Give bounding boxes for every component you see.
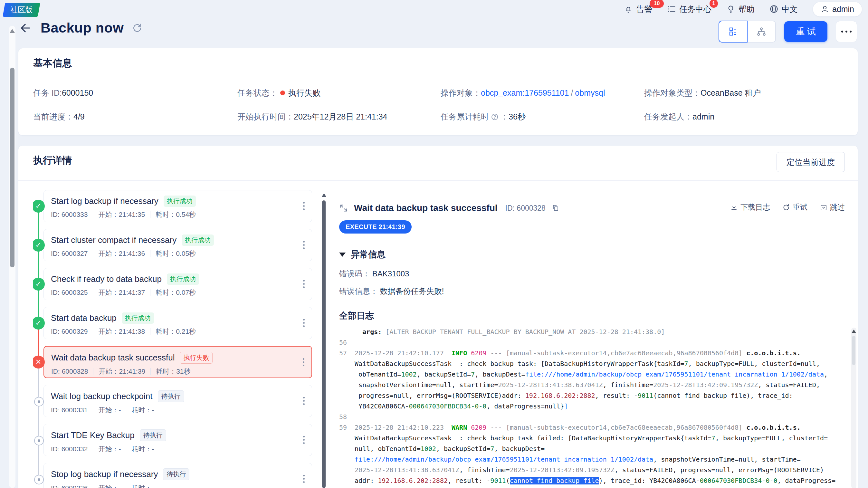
topnav-task-center[interactable]: 任务中心 1 <box>667 4 711 14</box>
app-root: 社区版 告警 10 任务中心 1 帮助 <box>0 0 868 488</box>
task-list-scrollbar[interactable] <box>321 191 327 488</box>
kebab-menu-icon[interactable] <box>301 473 307 485</box>
basic-info-card: 基本信息 任务 ID: 6000150 任务状态： 执行失败 操作对象： obc… <box>18 48 858 135</box>
task-card[interactable]: Start log backup if necessary执行成功ID: 600… <box>43 190 312 222</box>
scrollbar-thumb[interactable] <box>10 68 14 267</box>
topnav-help[interactable]: 帮助 <box>726 4 755 14</box>
task-card[interactable]: Start data backup执行成功ID: 6000329开始：21:41… <box>43 307 312 339</box>
task-name: Start cluster compact if necessary <box>51 235 177 245</box>
topnav-alerts[interactable]: 告警 10 <box>624 4 652 14</box>
tenant-link[interactable]: obmysql <box>575 88 605 98</box>
task-name: Start TDE Key Backup <box>51 430 135 440</box>
task-item[interactable]: ✓Start log backup if necessary执行成功ID: 60… <box>33 190 312 222</box>
edition-badge: 社区版 <box>3 3 40 17</box>
task-card[interactable]: Wait data backup task successful执行失败ID: … <box>43 346 312 378</box>
log-line: addr: 192.168.6.202:2882, result: -9011(… <box>339 476 840 486</box>
pending-node-icon <box>34 397 44 406</box>
expand-icon[interactable] <box>339 204 348 213</box>
scroll-up-arrow[interactable] <box>322 193 326 197</box>
page-title: Backup now <box>40 20 124 36</box>
log-line: 2025-12-28T13:41:38.637041Z, finishTime=… <box>339 465 840 476</box>
execute-time-badge: EXECUTE 21:41:39 <box>339 220 412 234</box>
kebab-menu-icon[interactable] <box>301 200 307 212</box>
log-line: 572025-12-28 21:42:10.177 INFO 6209 --- … <box>339 348 840 359</box>
log-line: YB42C0A806CA-000647030FBDCB34-0-0, dataP… <box>339 401 840 411</box>
retry-button[interactable]: 重 试 <box>784 21 828 42</box>
kebab-menu-icon[interactable] <box>301 278 307 290</box>
log-section-title: 全部日志 <box>339 310 374 322</box>
task-item[interactable]: ✕Wait data backup task successful执行失败ID:… <box>33 346 312 378</box>
topnav-language[interactable]: 中文 <box>770 4 798 14</box>
scrollbar-thumb[interactable] <box>852 336 856 365</box>
question-circle-icon[interactable] <box>491 113 499 121</box>
field-start-time: 开始执行时间： 2025年12月28日 21:41:34 <box>237 112 388 122</box>
task-item[interactable]: ✓Start data backup执行成功ID: 6000329开始：21:4… <box>33 307 312 339</box>
exception-section-toggle[interactable]: 异常信息 <box>339 249 385 260</box>
skip-button[interactable]: 跳过 <box>820 202 845 212</box>
scroll-up-arrow[interactable] <box>851 330 856 333</box>
task-item[interactable]: Wait log backup checkpoint待执行ID: 6000331… <box>33 385 312 417</box>
failed-node-icon: ✕ <box>33 356 45 368</box>
log-scrollbar[interactable] <box>851 328 857 488</box>
scrollbar-thumb[interactable] <box>322 200 326 488</box>
task-card[interactable]: Start cluster compact if necessary执行成功ID… <box>43 229 312 261</box>
page-scrollbar[interactable] <box>9 26 16 488</box>
download-icon <box>730 204 738 211</box>
task-meta: ID: 6000325开始：21:41:37耗时：0.07秒 <box>51 288 305 297</box>
task-status-badge: 待执行 <box>158 390 184 402</box>
task-meta: ID: 6000331开始：-耗时：- <box>51 405 305 415</box>
task-status-badge: 待执行 <box>140 429 166 441</box>
log-line: 56 <box>339 337 840 348</box>
task-card[interactable]: Check if ready to data backup执行成功ID: 600… <box>43 268 312 300</box>
task-item[interactable]: Start TDE Key Backup待执行ID: 6000332开始：-耗时… <box>33 424 312 456</box>
task-card[interactable]: Wait log backup checkpoint待执行ID: 6000331… <box>43 385 312 417</box>
log-line: null, obTenantId=1002, backupSetId=7, ba… <box>339 444 840 454</box>
copy-icon[interactable] <box>551 204 559 212</box>
topnav-task-center-label: 任务中心 <box>679 4 711 14</box>
task-name: Start log backup if necessary <box>51 196 158 206</box>
user-name: admin <box>832 4 854 14</box>
task-item[interactable]: ✓Check if ready to data backup执行成功ID: 60… <box>33 268 312 300</box>
log-line: 58 <box>339 411 840 422</box>
kebab-menu-icon[interactable] <box>301 434 307 446</box>
task-item[interactable]: ✓Start cluster compact if necessary执行成功I… <box>33 229 312 261</box>
scroll-up-arrow[interactable] <box>10 29 15 33</box>
kebab-menu-icon[interactable] <box>301 239 307 251</box>
log-line: WaitDataBackupSuccessTask : check backup… <box>339 433 840 444</box>
success-node-icon: ✓ <box>33 317 45 330</box>
kebab-menu-icon[interactable] <box>301 317 307 329</box>
bulb-icon <box>726 4 735 13</box>
success-node-icon: ✓ <box>33 278 45 291</box>
task-card[interactable]: Start TDE Key Backup待执行ID: 6000332开始：-耗时… <box>43 424 312 456</box>
back-arrow-icon[interactable] <box>19 22 32 34</box>
task-name: Stop log backup if necessary <box>51 469 158 479</box>
list-view-button[interactable] <box>718 21 748 42</box>
flow-view-button[interactable] <box>748 21 776 42</box>
user-icon <box>820 5 829 13</box>
log-line: file:///home/admin/backup/obcp_exam/1765… <box>339 454 840 465</box>
basic-info-title: 基本信息 <box>33 57 72 70</box>
bell-icon <box>624 4 633 13</box>
divider <box>18 180 858 181</box>
cluster-link[interactable]: obcp_exam:1765951101 <box>481 88 569 98</box>
more-button[interactable] <box>836 21 857 42</box>
download-log-button[interactable]: 下载日志 <box>730 202 770 212</box>
user-menu[interactable]: admin <box>813 2 862 17</box>
refresh-icon[interactable] <box>132 23 142 33</box>
task-center-count-badge: 1 <box>710 0 718 8</box>
task-meta: ID: 6000329开始：21:41:38耗时：0.21秒 <box>51 327 305 336</box>
failed-status-dot <box>280 91 285 95</box>
locate-progress-button[interactable]: 定位当前进度 <box>777 152 845 172</box>
subtask-detail-panel: Wait data backup task successful ID: 600… <box>339 200 845 216</box>
task-card[interactable]: Stop log backup if necessary待执行ID: 60003… <box>43 463 312 488</box>
kebab-menu-icon[interactable] <box>301 395 307 407</box>
task-item[interactable]: Stop log backup if necessary待执行ID: 60003… <box>33 463 312 488</box>
task-status-badge: 执行失败 <box>180 352 213 364</box>
task-name: Wait log backup checkpoint <box>51 391 153 401</box>
retry-subtask-button[interactable]: 重试 <box>782 202 807 212</box>
kebab-menu-icon[interactable] <box>301 356 306 368</box>
task-meta: ID: 6000327开始：21:41:36耗时：0.05秒 <box>51 249 305 258</box>
task-list: ✓Start log backup if necessary执行成功ID: 60… <box>33 190 312 488</box>
field-target-type: 操作对象类型： OceanBase 租户 <box>644 88 761 98</box>
log-lines[interactable]: args: [ALTER BACKUP TENANT FULL_BACKUP B… <box>339 327 840 488</box>
